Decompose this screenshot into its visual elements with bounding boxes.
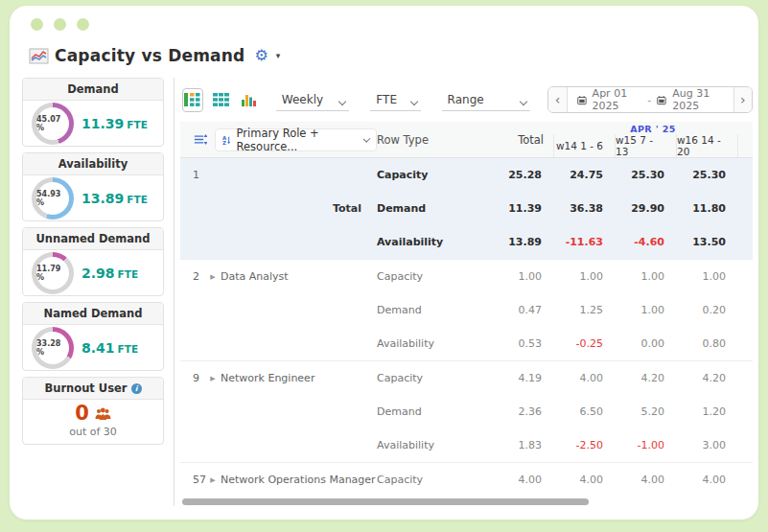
- metric-week-value: 11.80: [676, 192, 737, 225]
- split-table-view-icon: [184, 92, 200, 107]
- line-chart-icon: [29, 48, 49, 64]
- period-select-value: Weekly: [282, 93, 323, 106]
- metric-fte-unit: FTE: [127, 119, 148, 130]
- row-name: Network Operations Manager: [221, 463, 377, 496]
- table-row-group[interactable]: 57▶Network Operations ManagerCapacity4.0…: [180, 463, 753, 496]
- column-header-week[interactable]: w15 7 - 13: [615, 134, 676, 157]
- unit-select-value: FTE: [376, 93, 397, 106]
- expand-arrow-icon[interactable]: ▶: [205, 463, 221, 496]
- calendar-icon: [657, 94, 666, 106]
- metric-fte-value: 8.41: [81, 340, 115, 356]
- metric-week-value: 0.20: [676, 293, 737, 327]
- expand-arrow-icon[interactable]: ▶: [205, 260, 221, 293]
- svg-text:Z: Z: [222, 140, 226, 146]
- content-area: Demand45.07 %11.39FTEAvailability54.93 %…: [10, 78, 758, 506]
- row-name: Data Analyst: [221, 260, 377, 293]
- table-body: 1TotalCapacity25.2824.7525.3025.30Demand…: [180, 158, 753, 496]
- column-header-week[interactable]: w: [737, 134, 753, 157]
- metric-week-value: 25.30: [676, 158, 737, 192]
- info-icon[interactable]: i: [131, 383, 142, 394]
- burnout-card-title: Burnout User: [44, 382, 127, 395]
- metric-type-label: Capacity: [377, 463, 484, 496]
- expand-arrow-icon[interactable]: ▶: [205, 361, 221, 395]
- week-columns-header: APR ' 25 w14 1 - 6w15 7 - 13w16 14 - 20w: [553, 122, 753, 157]
- metric-type-label: Availability: [377, 327, 484, 360]
- chevron-down-icon: [520, 98, 527, 105]
- metric-week-value: -0.25: [553, 327, 615, 360]
- metric-card-title: Demand: [23, 79, 163, 101]
- view-toggle-grid[interactable]: [211, 88, 231, 112]
- metric-card: Availability54.93 %13.89FTE: [22, 152, 164, 221]
- date-range-end: Aug 31 2025: [672, 87, 724, 112]
- week-header-row: w14 1 - 6w15 7 - 13w16 14 - 20w: [553, 134, 753, 157]
- table-row-group[interactable]: 1TotalCapacity25.2824.7525.3025.30Demand…: [180, 158, 753, 260]
- burnout-card-header: Burnout User i: [23, 378, 163, 400]
- page-title: Capacity vs Demand: [55, 46, 244, 65]
- multi-sort-icon[interactable]: [194, 132, 207, 147]
- row-number: 2: [180, 260, 205, 293]
- row-name: Network Engineer: [221, 361, 377, 395]
- burnout-count: 0: [75, 403, 89, 425]
- desktop-background: Capacity vs Demand ⚙ ▾ Demand45.07 %11.3…: [0, 0, 768, 532]
- donut-chart: 54.93 %: [32, 177, 74, 220]
- metric-type-label: Availability: [377, 428, 484, 462]
- column-header-row-type: Row Type: [377, 122, 484, 157]
- group-by-value: Primary Role + Resource...: [237, 127, 360, 153]
- metric-week-value: -2.50: [553, 428, 615, 462]
- metric-week-value: 24.75: [553, 158, 615, 192]
- chevron-down-icon[interactable]: ▾: [276, 51, 281, 60]
- date-range-values[interactable]: Apr 01 2025 - Aug 31 2025: [568, 87, 733, 112]
- next-period-button[interactable]: ›: [733, 87, 752, 112]
- calendar-icon: [577, 94, 587, 106]
- metric-fte-value: 13.89: [81, 191, 124, 206]
- period-select[interactable]: Weekly: [276, 88, 350, 111]
- table-row-group[interactable]: 2▶Data AnalystCapacity1.001.001.001.00De…: [180, 260, 753, 361]
- metric-week-value: 4.00: [553, 361, 615, 395]
- metric-week-value: 5.20: [615, 395, 676, 428]
- metric-value: 8.41FTE: [81, 338, 138, 357]
- view-toggle-chart[interactable]: [239, 88, 259, 112]
- donut-percent-label: 54.93 %: [36, 182, 69, 215]
- chevron-down-icon: [338, 98, 346, 105]
- range-select-value: Range: [448, 93, 484, 106]
- donut-chart: 11.79 %: [32, 252, 74, 294]
- settings-gear-icon[interactable]: ⚙: [254, 48, 268, 63]
- range-select[interactable]: Range: [442, 88, 531, 111]
- table-row-group[interactable]: 9▶Network EngineerCapacity4.194.004.204.…: [180, 361, 753, 463]
- metric-value: 11.39FTE: [81, 114, 148, 132]
- window-dot[interactable]: [77, 18, 89, 31]
- table-header-left: A Z Primary Role + Resource...: [180, 122, 377, 157]
- month-group-label: APR ' 25: [553, 122, 753, 134]
- prev-period-button[interactable]: ‹: [548, 87, 567, 112]
- metric-week-value: -11.63: [553, 225, 615, 259]
- metric-card-title: Unnamed Demand: [23, 228, 163, 250]
- grid-view-icon: [213, 92, 229, 107]
- row-number: 1: [180, 158, 205, 192]
- metric-fte-unit: FTE: [118, 268, 139, 280]
- window-dot[interactable]: [31, 18, 43, 31]
- column-header-week[interactable]: w16 14 - 20: [676, 134, 737, 157]
- metric-fte-value: 2.98: [81, 266, 115, 281]
- group-by-dropdown[interactable]: A Z Primary Role + Resource...: [215, 128, 377, 151]
- app-window: Capacity vs Demand ⚙ ▾ Demand45.07 %11.3…: [10, 6, 758, 520]
- metric-card: Unnamed Demand11.79 %2.98FTE: [22, 227, 164, 296]
- column-header-week[interactable]: w14 1 - 6: [553, 134, 615, 157]
- view-toggle-split-table[interactable]: [182, 88, 203, 112]
- row-number: 9: [180, 361, 205, 395]
- metric-card: Demand45.07 %11.39FTE: [22, 78, 164, 147]
- unit-select[interactable]: FTE: [370, 88, 420, 111]
- metric-total-value: 0.47: [484, 293, 553, 327]
- metric-total-value: 0.53: [484, 327, 553, 360]
- metric-week-value: 1.00: [615, 260, 676, 293]
- scrollbar-thumb[interactable]: [182, 498, 589, 505]
- metric-week-value: 13.50: [676, 225, 737, 259]
- burnout-caption: out of 30: [69, 426, 117, 438]
- metric-type-label: Capacity: [377, 158, 484, 192]
- row-number: 57: [180, 463, 205, 496]
- window-dot[interactable]: [54, 18, 66, 31]
- column-header-total: Total: [484, 122, 553, 157]
- donut-percent-label: 33.28 %: [36, 332, 69, 364]
- metric-type-label: Demand: [377, 395, 484, 428]
- date-range-start: Apr 01 2025: [593, 87, 642, 112]
- metric-week-value: 4.00: [676, 463, 737, 496]
